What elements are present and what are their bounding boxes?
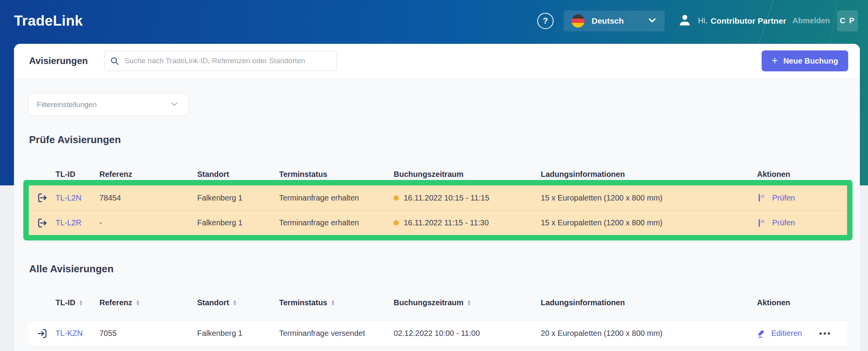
col-standort-sortable[interactable]: Standort ▲▼ (197, 298, 279, 307)
standort-value: Falkenberg 1 (197, 194, 279, 202)
table-row: TL-KZN 7055 Falkenberg 1 Terminanfrage v… (29, 320, 847, 346)
user-name: Contributor Partner (710, 16, 786, 26)
pencil-icon (757, 329, 766, 339)
pruefen-label: Prüfen (772, 194, 795, 202)
table-row: TL-L2R - Falkenberg 1 Terminanfrage erha… (29, 210, 847, 235)
outbound-icon (29, 217, 56, 229)
table-row: TL-L2N 78454 Falkenberg 1 Terminanfrage … (29, 185, 847, 210)
col-aktionen: Aktionen (757, 170, 847, 179)
filter-settings-label: Filtereinstellungen (37, 100, 97, 109)
language-label: Deutsch (592, 16, 624, 26)
col-buchungszeitraum: Buchungszeitraum (394, 170, 541, 179)
buchungszeitraum-cell: 16.11.2022 10:15 - 11:15 (394, 194, 541, 202)
all-table-header: TL-ID ▲▼ Referenz ▲▼ Standort ▲▼ Termins… (29, 297, 847, 308)
pruefen-action[interactable]: Prüfen (757, 193, 795, 203)
sort-icon: ▲▼ (467, 299, 471, 306)
buchungszeitraum-value: 16.11.2022 10:15 - 11:15 (404, 194, 490, 202)
aktionen-cell: Editieren ••• (757, 329, 847, 339)
search-wrap (104, 51, 337, 71)
col-label: TL-ID (56, 298, 75, 307)
header-right: ? Deutsch Hi, Contributor Partner Abmeld… (537, 10, 858, 31)
referenz-value: 7055 (99, 329, 197, 338)
ladung-value: 15 x Europaletten (1200 x 800 mm) (541, 194, 757, 202)
pruefen-label: Prüfen (772, 218, 795, 227)
sort-icon: ▲▼ (79, 299, 83, 306)
chevron-down-icon (169, 99, 179, 111)
logout-link[interactable]: Abmelden (792, 16, 830, 25)
sort-icon: ▲▼ (135, 299, 140, 306)
help-glyph: ? (543, 16, 548, 26)
chevron-down-icon (648, 16, 657, 26)
all-section-title: Alle Avisierungen (29, 262, 860, 275)
user-area: Hi, Contributor Partner Abmelden C P (678, 10, 858, 31)
german-flag-icon (571, 14, 585, 28)
person-icon (678, 13, 692, 29)
col-label: Referenz (99, 298, 132, 307)
review-section-title: Prüfe Avisierungen (29, 133, 860, 146)
page-title: Avisierungen (29, 55, 88, 66)
editieren-action[interactable]: Editieren (757, 329, 802, 339)
inbound-icon (29, 328, 56, 339)
buchungszeitraum-cell: 16.11.2022 11:15 - 11:30 (394, 218, 541, 227)
col-referenz: Referenz (99, 170, 197, 179)
col-label: Terminstatus (279, 298, 327, 307)
col-buchungszeitraum-sortable[interactable]: Buchungszeitraum ▲▼ (394, 298, 541, 307)
ladung-value: 20 x Europaletten (1200 x 800 mm) (541, 329, 757, 338)
ladung-value: 15 x Europaletten (1200 x 800 mm) (541, 218, 757, 227)
flag-icon (757, 193, 767, 203)
tl-id-link[interactable]: TL-L2R (56, 218, 99, 227)
standort-value: Falkenberg 1 (197, 218, 279, 227)
col-tl-id: TL-ID (56, 170, 99, 179)
standort-value: Falkenberg 1 (197, 329, 279, 338)
col-ladungsinformationen: Ladungsinformationen (541, 298, 757, 307)
aktionen-cell: Prüfen (757, 218, 847, 228)
tl-id-link[interactable]: TL-KZN (56, 329, 99, 338)
app-logo: TradeLink (14, 13, 83, 29)
tl-id-link[interactable]: TL-L2N (56, 194, 99, 202)
pruefen-action[interactable]: Prüfen (757, 218, 795, 228)
col-label: Buchungszeitraum (394, 298, 464, 307)
help-icon[interactable]: ? (537, 13, 554, 29)
buchungszeitraum-value: 16.11.2022 11:15 - 11:30 (404, 218, 489, 227)
sort-icon: ▲▼ (331, 299, 335, 306)
filter-settings-select[interactable]: Filtereinstellungen (28, 93, 188, 116)
col-standort: Standort (197, 170, 279, 179)
avatar[interactable]: C P (837, 10, 858, 31)
flag-icon (757, 218, 767, 228)
status-dot-icon (394, 195, 399, 201)
outbound-icon (29, 192, 56, 204)
plus-icon: + (772, 55, 778, 66)
content-area: Filtereinstellungen Prüfe Avisierungen T… (14, 79, 860, 351)
terminstatus-value: Terminanfrage erhalten (279, 194, 394, 202)
col-terminstatus-sortable[interactable]: Terminstatus ▲▼ (279, 298, 394, 307)
col-referenz-sortable[interactable]: Referenz ▲▼ (99, 298, 197, 307)
new-booking-label: Neue Buchung (783, 57, 838, 66)
col-tl-id-sortable[interactable]: TL-ID ▲▼ (56, 298, 99, 307)
buchungszeitraum-value: 02.12.2022 10:00 - 11:00 (394, 329, 541, 338)
col-terminstatus: Terminstatus (279, 170, 394, 179)
col-label: Aktionen (757, 298, 790, 307)
greeting-text: Hi, (698, 16, 707, 25)
new-booking-button[interactable]: + Neue Buchung (762, 50, 848, 71)
language-selector[interactable]: Deutsch (564, 10, 665, 31)
referenz-value: - (99, 218, 197, 227)
col-ladungsinformationen: Ladungsinformationen (541, 170, 757, 179)
status-dot-icon (394, 220, 399, 225)
main-card: Avisierungen + Neue Buchung Filtereinste… (14, 44, 860, 351)
referenz-value: 78454 (99, 194, 197, 202)
app-header: TradeLink ? Deutsch Hi, Contributor Part… (0, 0, 868, 41)
aktionen-cell: Prüfen (757, 193, 847, 203)
sort-icon: ▲▼ (233, 299, 237, 306)
terminstatus-value: Terminanfrage versendet (279, 329, 394, 338)
col-label: Ladungsinformationen (541, 298, 625, 307)
review-table-header: TL-ID Referenz Standort Terminstatus Buc… (29, 169, 847, 180)
toolbar: Avisierungen + Neue Buchung (14, 44, 860, 78)
terminstatus-value: Terminanfrage erhalten (279, 218, 394, 227)
review-highlight-box: TL-L2N 78454 Falkenberg 1 Terminanfrage … (23, 180, 852, 240)
search-icon (110, 56, 119, 67)
search-input[interactable] (104, 51, 337, 71)
editieren-label: Editieren (771, 329, 802, 338)
col-label: Standort (197, 298, 229, 307)
more-actions-button[interactable]: ••• (819, 329, 832, 338)
col-aktionen: Aktionen (757, 298, 847, 307)
